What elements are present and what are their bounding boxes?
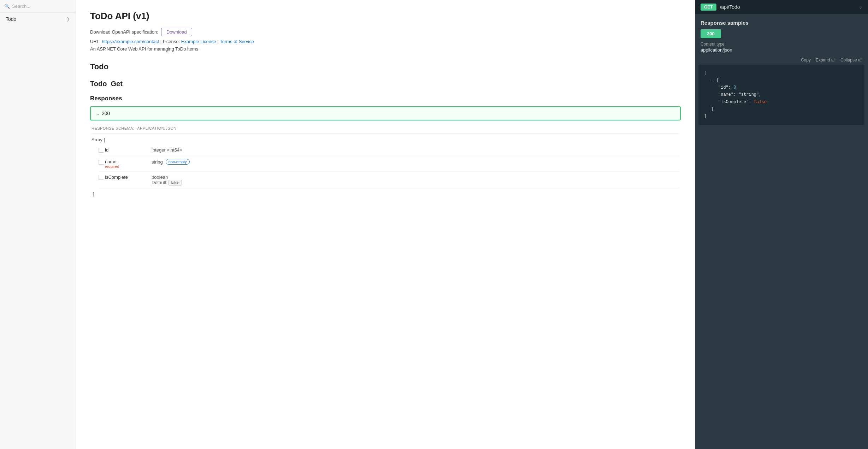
json-line-name: "name": "string", [704, 91, 859, 98]
response-samples-title: Response samples [695, 14, 868, 29]
field-tree-id: id [99, 147, 148, 153]
field-type-id: integer <int64> [152, 147, 182, 153]
endpoint-title: Todo_Get [90, 80, 681, 88]
content-type-section: Content type application/json [695, 42, 868, 55]
response-200-row[interactable]: ⌄ 200 [90, 106, 681, 120]
default-label: Default: [152, 180, 169, 185]
api-url-link[interactable]: https://example.com/contact [102, 39, 159, 44]
array-close-label: ] [93, 191, 679, 196]
get-method-badge: GET [701, 4, 716, 11]
field-tree-name: name required [99, 159, 148, 169]
json-line-id: "id": 0, [704, 84, 859, 91]
field-name-wrap-name: name required [105, 159, 119, 169]
sample-tab-200[interactable]: 200 [701, 29, 721, 38]
copy-button[interactable]: Copy [801, 58, 811, 63]
sidebar-item-label: Todo [6, 16, 16, 22]
license-link[interactable]: Example License [181, 39, 216, 44]
schema-label-row: RESPONSE SCHEMA: application/json [91, 126, 679, 134]
chevron-down-icon: ⌄ [96, 111, 100, 116]
content-type-value: application/json [701, 47, 862, 53]
chevron-down-icon-panel[interactable]: ⌄ [859, 5, 862, 10]
field-type-iscomplete: boolean [152, 175, 182, 180]
sidebar-item-todo[interactable]: Todo ❯ [0, 13, 76, 25]
url-label: URL: [90, 39, 101, 44]
download-spec-row: Download OpenAPI specification: Download [90, 28, 681, 36]
license-separator: | License: [160, 39, 180, 44]
field-tree-iscomplete: isComplete [99, 175, 148, 180]
endpoint-badge-row: GET /api/Todo ⌄ [695, 0, 868, 14]
right-panel: GET /api/Todo ⌄ Response samples 200 Con… [695, 0, 868, 449]
json-line-iscomplete: "isComplete": false [704, 99, 859, 106]
tree-line-iscomplete [99, 175, 104, 180]
field-row-id: id integer <int64> [99, 144, 679, 156]
response-code: 200 [102, 111, 110, 116]
non-empty-badge: non-empty [166, 159, 190, 165]
field-name-wrap-id: id [105, 147, 108, 153]
array-open-label: Array [ [91, 137, 679, 142]
tree-line [99, 148, 104, 153]
field-name-iscomplete: isComplete [105, 175, 128, 180]
search-icon: 🔍 [4, 4, 10, 9]
json-line-obj-close: } [704, 106, 859, 113]
download-button[interactable]: Download [161, 28, 192, 36]
field-row-iscomplete: isComplete boolean Default: false [99, 172, 679, 188]
json-line-bracket-open: [ [704, 70, 859, 77]
field-name-id: id [105, 147, 108, 153]
schema-section: RESPONSE SCHEMA: application/json Array … [90, 126, 681, 196]
content-type-label: Content type [701, 42, 862, 47]
collapse-all-button[interactable]: Collapse all [840, 58, 862, 63]
field-type-wrap-id: integer <int64> [152, 147, 679, 153]
tree-line-name [99, 160, 104, 165]
search-placeholder: Search... [12, 4, 30, 9]
field-name-name: name [105, 159, 119, 164]
expand-all-button[interactable]: Expand all [816, 58, 835, 63]
field-type-wrap-name: string non-empty [152, 159, 679, 165]
endpoint-path: /api/Todo [720, 4, 855, 10]
json-line-bracket-close: ] [704, 113, 859, 120]
default-value-badge: false [169, 180, 182, 185]
field-required-badge: required [105, 164, 119, 169]
field-type-name: string [152, 159, 163, 165]
search-bar[interactable]: 🔍 Search... [0, 0, 76, 13]
schema-fields: id integer <int64> name required str [99, 144, 679, 188]
field-default-iscomplete: Default: false [152, 180, 182, 185]
field-name-wrap-iscomplete: isComplete [105, 175, 128, 180]
api-url-row: URL: https://example.com/contact | Licen… [90, 39, 681, 44]
sample-actions: Copy Expand all Collapse all [695, 55, 868, 65]
sidebar: 🔍 Search... Todo ❯ [0, 0, 76, 449]
api-description: An ASP.NET Core Web API for managing ToD… [90, 46, 681, 52]
schema-label: RESPONSE SCHEMA: [91, 126, 134, 130]
main-content: ToDo API (v1) Download OpenAPI specifica… [76, 0, 695, 449]
field-type-wrap-iscomplete: boolean Default: false [152, 175, 679, 185]
chevron-right-icon: ❯ [66, 17, 70, 22]
json-line-obj-open: - { [704, 77, 859, 84]
json-code-block: [ - { "id": 0, "name": "string", "isComp… [698, 65, 864, 125]
section-title: Todo [90, 62, 681, 71]
page-title: ToDo API (v1) [90, 11, 681, 22]
field-row-name: name required string non-empty [99, 156, 679, 172]
responses-title: Responses [90, 95, 681, 102]
download-spec-label: Download OpenAPI specification: [90, 29, 158, 35]
sample-tab-row: 200 [695, 29, 868, 42]
tos-link[interactable]: Terms of Service [220, 39, 254, 44]
schema-content-type: application/json [137, 126, 176, 130]
